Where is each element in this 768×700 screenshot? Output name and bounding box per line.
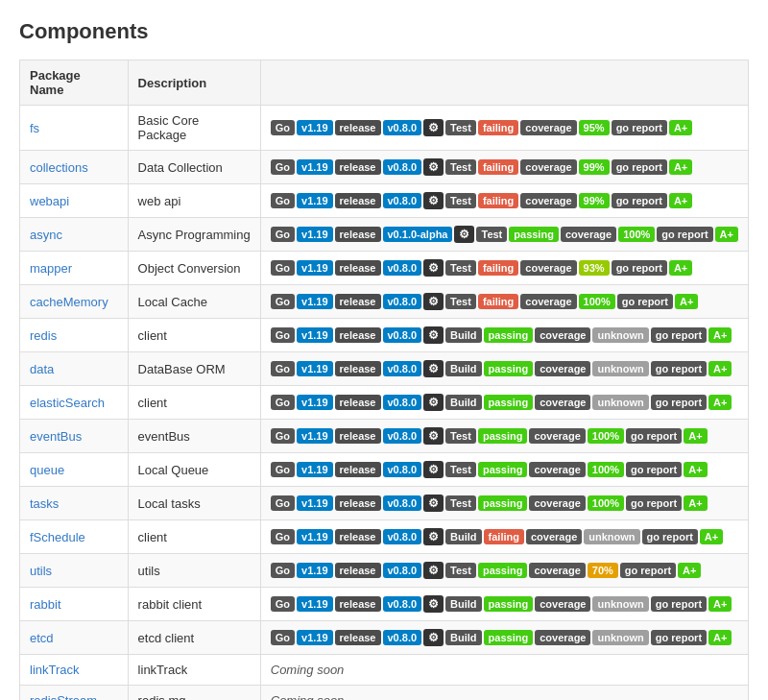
package-badges-cell: Gov1.19releasev0.8.0⚙Testfailingcoverage… [260,184,748,218]
package-description-cell: Local tasks [128,487,260,520]
package-link[interactable]: etcd [30,631,54,645]
badge-go: Go [271,361,295,376]
table-row: rabbitrabbit clientGov1.19releasev0.8.0⚙… [20,588,749,621]
badge-goreport-dark: go report [651,596,707,612]
badge-release-blue: v0.8.0 [383,495,422,511]
badge-test-dark: Test [445,159,476,175]
package-description-cell: utils [128,554,260,588]
badge-test-dark: Test [445,294,476,309]
badge-release-blue: v0.8.0 [383,327,422,343]
badge-coverage-unknown: unknown [592,395,648,410]
package-description-cell: client [128,386,260,420]
package-description-cell: redis mq [128,686,260,701]
badge-coverage-70: 70% [588,563,618,578]
badge-failing: failing [478,159,518,175]
badge-passing: passing [484,327,534,343]
table-row: redisclientGov1.19releasev0.8.0⚙Buildpas… [20,319,749,352]
package-badges-cell: Gov1.19releasev0.8.0⚙Testfailingcoverage… [260,285,748,319]
col-header-name: Package Name [20,60,129,106]
badge-test-dark: Test [445,260,476,276]
badge-version: v1.19 [297,260,333,276]
badge-test-dark: Test [445,495,476,511]
badge-container: Gov1.19releasev0.8.0⚙Testfailingcoverage… [271,158,738,176]
badge-release-blue: v0.8.0 [383,428,422,444]
badge-release-dark: release [335,529,381,544]
package-link[interactable]: fSchedule [30,530,85,544]
badge-aplus: A+ [708,395,732,410]
table-row: fScheduleclientGov1.19releasev0.8.0⚙Buil… [20,520,749,554]
package-badges-cell: Gov1.19releasev0.8.0⚙Testfailingcoverage… [260,106,748,151]
badge-coverage-93: 93% [579,260,610,276]
table-row: cacheMemoryLocal CacheGov1.19releasev0.8… [20,285,749,319]
badge-passing: passing [484,630,534,645]
badge-go: Go [271,395,295,410]
badge-version: v1.19 [297,630,333,645]
package-link[interactable]: utils [30,564,52,578]
package-badges-cell: Gov1.19releasev0.8.0⚙Testpassingcoverage… [260,420,748,453]
badge-aplus: A+ [669,120,692,135]
badge-aplus: A+ [684,495,707,511]
package-link[interactable]: linkTrack [30,663,80,677]
badge-release-dark: release [335,193,381,208]
package-link[interactable]: redis [30,328,57,343]
badge-release-dark: release [335,227,381,242]
package-badges-cell: Gov1.19releasev0.8.0⚙Buildpassingcoverag… [260,319,748,352]
badge-container: Gov1.19releasev0.8.0⚙Testpassingcoverage… [271,495,738,512]
badge-go: Go [271,529,295,544]
badge-github: ⚙ [423,119,444,136]
package-name-cell: fs [20,106,129,151]
badge-coverage-dark: coverage [529,462,585,477]
badge-coverage-95: 95% [579,120,610,135]
table-row: redisStreamredis mqComing soon [20,686,749,701]
package-link[interactable]: cacheMemory [30,295,108,309]
badge-failing: failing [484,529,524,544]
badge-aplus: A+ [669,193,692,208]
badge-container: Gov1.19releasev0.8.0⚙Buildpassingcoverag… [271,394,738,411]
badge-go: Go [271,120,295,135]
badge-aplus: A+ [669,260,692,276]
badge-goreport-dark: go report [657,227,712,242]
package-description-cell: DataBase ORM [128,352,260,386]
badge-goreport-dark: go report [626,428,682,444]
badge-coverage-dark: coverage [520,120,576,135]
badge-coverage-dark: coverage [520,193,576,208]
package-link[interactable]: eventBus [30,429,82,444]
package-link[interactable]: async [30,228,62,242]
badge-github: ⚙ [423,528,444,545]
badge-release-blue: v0.8.0 [383,260,422,276]
badge-failing: failing [478,193,518,208]
package-link[interactable]: mapper [30,261,72,276]
badge-release-dark: release [335,159,381,175]
badge-release-blue: v0.8.0 [383,395,422,410]
package-badges-cell: Coming soon [260,686,748,701]
badge-goreport-dark: go report [612,260,667,276]
package-badges-cell: Gov1.19releasev0.8.0⚙Buildfailingcoverag… [260,520,748,554]
badge-goreport-dark: go report [617,294,673,309]
badge-go: Go [271,428,295,444]
badge-container: Gov1.19releasev0.8.0⚙Testpassingcoverage… [271,427,738,445]
badge-aplus: A+ [675,294,698,309]
package-badges-cell: Gov1.19releasev0.8.0⚙Testpassingcoverage… [260,487,748,520]
badge-aplus: A+ [700,529,723,544]
package-link[interactable]: tasks [30,496,59,511]
package-link[interactable]: collections [30,160,88,175]
package-link[interactable]: queue [30,463,64,477]
badge-coverage-99: 99% [579,159,610,175]
badge-github: ⚙ [423,394,444,411]
package-link[interactable]: redisStream [30,693,97,700]
badge-release-blue: v0.8.0 [383,630,422,645]
package-link[interactable]: rabbit [30,597,61,612]
badge-coverage-unknown: unknown [584,529,639,544]
badge-aplus: A+ [684,428,707,444]
package-badges-cell: Gov1.19releasev0.8.0⚙Buildpassingcoverag… [260,588,748,621]
badge-goreport-dark: go report [626,462,682,477]
package-description-cell: Basic Core Package [128,106,260,151]
package-link[interactable]: elasticSearch [30,396,105,410]
package-badges-cell: Gov1.19releasev0.8.0⚙Testpassingcoverage… [260,453,748,487]
package-link[interactable]: webapi [30,194,69,208]
badge-aplus: A+ [708,596,732,612]
package-link[interactable]: data [30,362,54,376]
package-description-cell: web api [128,184,260,218]
badge-release-dark: release [335,563,381,578]
package-link[interactable]: fs [30,121,39,135]
